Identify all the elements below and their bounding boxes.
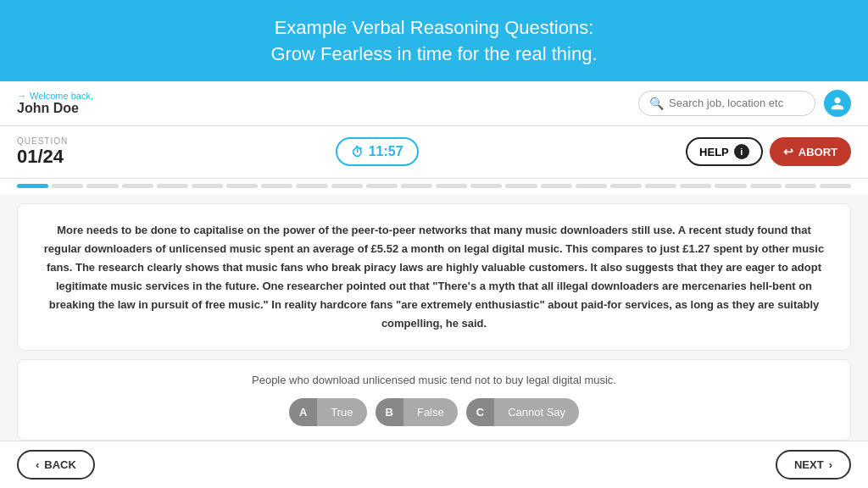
progress-segment — [750, 184, 782, 188]
abort-button[interactable]: ↩ ABORT — [770, 137, 851, 166]
progress-segment — [296, 184, 327, 188]
progress-segment — [401, 184, 432, 188]
progress-segment — [436, 184, 467, 188]
progress-segment — [192, 184, 223, 188]
back-chevron-icon: ‹ — [36, 458, 39, 471]
search-icon: 🔍 — [649, 97, 664, 110]
nav-right: 🔍 — [638, 90, 851, 117]
question-card: People who download unlicensed music ten… — [17, 359, 851, 441]
help-label: HELP — [699, 146, 729, 158]
answer-option-a[interactable]: A True — [289, 398, 367, 426]
page-header: Example Verbal Reasoning Questions: Grow… — [0, 0, 868, 81]
info-icon: i — [734, 144, 749, 159]
back-label: BACK — [44, 458, 76, 471]
progress-segment — [261, 184, 292, 188]
progress-segment — [715, 184, 746, 188]
question-number: 01/24 — [17, 146, 68, 168]
progress-segment — [576, 184, 607, 188]
option-text-a: True — [317, 398, 366, 426]
user-avatar[interactable] — [824, 90, 851, 117]
next-button[interactable]: NEXT › — [776, 450, 851, 480]
progress-segment — [331, 184, 363, 188]
abort-label: ABORT — [798, 146, 837, 158]
progress-segment — [541, 184, 572, 188]
arrow-icon: → — [17, 91, 26, 101]
progress-segment — [157, 184, 188, 188]
option-text-b: False — [403, 398, 458, 426]
progress-segment — [785, 184, 816, 188]
timer-value: 11:57 — [369, 144, 403, 159]
passage-text: More needs to be done to capitalise on t… — [43, 221, 825, 334]
bottom-nav: ‹ BACK NEXT › — [0, 441, 868, 488]
progress-segment — [610, 184, 642, 188]
option-text-c: Cannot Say — [494, 398, 579, 426]
option-letter-b: B — [376, 398, 403, 426]
user-name: John Doe — [17, 101, 93, 116]
header-title: Example Verbal Reasoning Questions: Grow… — [17, 15, 851, 68]
welcome-area: → Welcome back, John Doe — [17, 91, 93, 116]
question-statement: People who download unlicensed music ten… — [35, 374, 833, 386]
answer-option-b[interactable]: B False — [376, 398, 458, 426]
progress-segment — [86, 184, 118, 188]
action-buttons: HELP i ↩ ABORT — [686, 137, 851, 166]
answer-option-c[interactable]: C Cannot Say — [466, 398, 579, 426]
passage-card: More needs to be done to capitalise on t… — [17, 203, 851, 352]
progress-segment — [366, 184, 398, 188]
timer-box: ⏱ 11:57 — [336, 137, 419, 166]
progress-segment — [470, 184, 502, 188]
search-box[interactable]: 🔍 — [638, 91, 815, 116]
question-info: QUESTION 01/24 — [17, 136, 68, 168]
progress-segment — [820, 184, 851, 188]
next-label: NEXT — [794, 458, 824, 471]
progress-segment — [52, 184, 83, 188]
option-letter-c: C — [466, 398, 494, 426]
help-button[interactable]: HELP i — [686, 137, 763, 166]
main-content: More needs to be done to capitalise on t… — [0, 195, 868, 450]
progress-segment — [17, 184, 48, 188]
progress-segment — [680, 184, 711, 188]
question-bar: QUESTION 01/24 ⏱ 11:57 HELP i ↩ ABORT — [0, 126, 868, 179]
progress-segment — [226, 184, 258, 188]
next-chevron-icon: › — [829, 458, 832, 471]
progress-segment — [505, 184, 537, 188]
answer-options: A True B False C Cannot Say — [35, 398, 833, 426]
progress-bar — [0, 179, 868, 195]
navbar: → Welcome back, John Doe 🔍 — [0, 81, 868, 126]
question-label: QUESTION — [17, 136, 68, 146]
abort-icon: ↩ — [783, 145, 793, 158]
back-button[interactable]: ‹ BACK — [17, 450, 95, 480]
progress-segment — [122, 184, 153, 188]
clock-icon: ⏱ — [351, 145, 364, 159]
option-letter-a: A — [289, 398, 317, 426]
search-input[interactable] — [669, 97, 804, 109]
progress-segment — [645, 184, 676, 188]
welcome-greeting: → Welcome back, — [17, 91, 93, 101]
